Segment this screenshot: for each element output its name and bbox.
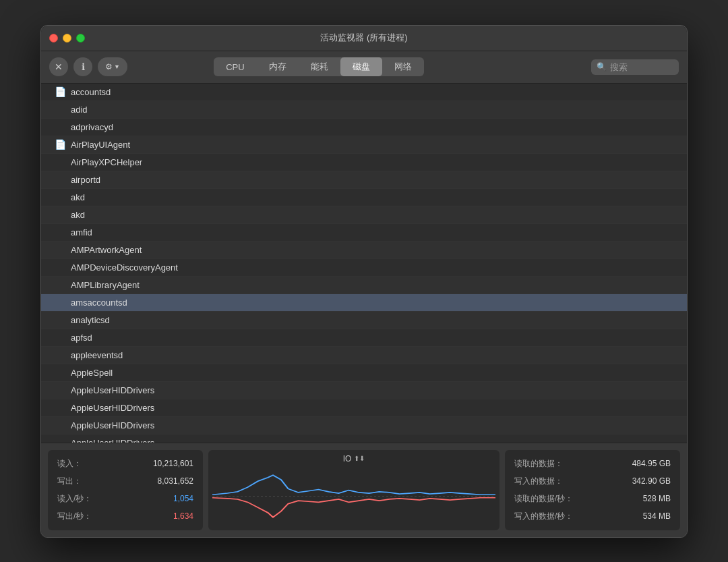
stat-write-data-per-sec-value: 534 MB — [643, 511, 671, 521]
list-item[interactable]: AppleUserHIDDrivers — [41, 399, 687, 417]
bottom-panel: 读入： 10,213,601 写出： 8,031,652 读入/秒： 1,054… — [41, 443, 687, 537]
tab-group: CPU 内存 能耗 磁盘 网络 — [214, 57, 423, 76]
process-name: akd — [71, 192, 85, 202]
stat-write-per-sec-value: 1,634 — [173, 511, 193, 521]
stat-read-per-sec-value: 1,054 — [173, 494, 193, 503]
stat-read-data-per-sec: 读取的数据/秒： 528 MB — [514, 492, 671, 506]
list-item[interactable]: AppleSpell — [41, 364, 687, 382]
process-name: AppleUserHIDDrivers — [71, 385, 154, 395]
process-name: AMPLibraryAgent — [71, 280, 140, 290]
process-name: adid — [71, 105, 88, 115]
close-button[interactable] — [49, 34, 58, 43]
title-bar: 活动监视器 (所有进程) — [41, 26, 687, 51]
chart-title: IO — [343, 454, 352, 463]
stat-data-read: 读取的数据： 484.95 GB — [514, 457, 671, 471]
stat-read-in-value: 10,213,601 — [153, 459, 193, 468]
process-name: AirPlayXPCHelper — [71, 157, 142, 167]
search-input[interactable] — [610, 62, 671, 72]
stat-write-out-value: 8,031,652 — [158, 476, 193, 486]
minimize-button[interactable] — [63, 34, 71, 43]
chart-svg — [212, 466, 495, 526]
list-item[interactable]: AppleUserHIDDrivers — [41, 417, 687, 434]
window-title: 活动监视器 (所有进程) — [320, 32, 407, 44]
maximize-button[interactable] — [76, 34, 85, 43]
stat-write-data-per-sec: 写入的数据/秒： 534 MB — [514, 509, 671, 524]
search-box: 🔍 — [591, 59, 679, 75]
stat-data-read-value: 484.95 GB — [632, 459, 671, 468]
list-item[interactable]: 📄 accountsd — [41, 84, 687, 101]
list-item[interactable]: airportd — [41, 171, 687, 189]
list-item[interactable]: apfsd — [41, 329, 687, 347]
gear-menu-button[interactable]: ⚙ ▼ — [98, 57, 127, 76]
tab-cpu[interactable]: CPU — [214, 57, 256, 76]
process-name: airportd — [71, 175, 100, 185]
info-button[interactable]: ℹ — [73, 57, 92, 76]
process-icon: 📄 — [52, 139, 68, 150]
list-item[interactable]: AMPArtworkAgent — [41, 242, 687, 259]
process-name: AMPDeviceDiscoveryAgent — [71, 262, 178, 273]
list-item[interactable]: adprivacyd — [41, 119, 687, 136]
list-item[interactable]: AppleUserHIDDrivers — [41, 382, 687, 399]
stat-write-data-per-sec-label: 写入的数据/秒： — [514, 511, 573, 522]
traffic-lights — [49, 34, 85, 43]
desktop: 活动监视器 (所有进程) ✕ ℹ ⚙ ▼ CPU 内存 能耗 磁盘 网络 🔍 — [0, 0, 728, 562]
stat-read-in-label: 读入： — [57, 458, 82, 470]
list-item[interactable]: AMPDeviceDiscoveryAgent — [41, 259, 687, 277]
process-name: appleeventsd — [71, 350, 123, 360]
stats-right-panel: 读取的数据： 484.95 GB 写入的数据： 342.90 GB 读取的数据/… — [505, 450, 680, 530]
stat-data-written-value: 342.90 GB — [632, 476, 671, 486]
toolbar: ✕ ℹ ⚙ ▼ CPU 内存 能耗 磁盘 网络 🔍 — [41, 51, 687, 84]
stat-data-written: 写入的数据： 342.90 GB — [514, 474, 671, 488]
list-item[interactable]: akd — [41, 206, 687, 224]
process-name: amfid — [71, 227, 92, 237]
process-name: apfsd — [71, 333, 92, 343]
list-item[interactable]: AppleUserHIDDrivers — [41, 434, 687, 443]
io-chart: IO ⬆⬇ — [208, 450, 499, 530]
tab-network[interactable]: 网络 — [382, 57, 424, 76]
process-list[interactable]: 📄 accountsd adid adprivacyd 📄 AirPlayUIA… — [41, 84, 687, 443]
tab-disk[interactable]: 磁盘 — [340, 57, 382, 76]
stats-left-panel: 读入： 10,213,601 写出： 8,031,652 读入/秒： 1,054… — [48, 450, 203, 530]
list-item[interactable]: amsaccountsd — [41, 294, 687, 312]
stat-write-per-sec: 写出/秒： 1,634 — [57, 509, 193, 524]
process-name: AppleUserHIDDrivers — [71, 438, 154, 443]
stat-read-data-per-sec-label: 读取的数据/秒： — [514, 493, 573, 505]
chart-title-row: IO ⬆⬇ — [343, 454, 365, 463]
gear-icon: ⚙ — [105, 62, 113, 72]
stat-write-per-sec-label: 写出/秒： — [57, 511, 92, 522]
process-name: adprivacyd — [71, 122, 113, 132]
stat-data-written-label: 写入的数据： — [514, 476, 563, 487]
list-item[interactable]: akd — [41, 189, 687, 206]
list-item[interactable]: AMPLibraryAgent — [41, 277, 687, 294]
tab-energy[interactable]: 能耗 — [299, 57, 340, 76]
process-name: accountsd — [71, 87, 111, 97]
chart-selector-icon[interactable]: ⬆⬇ — [354, 455, 365, 462]
process-name: akd — [71, 210, 85, 220]
stop-process-button[interactable]: ✕ — [49, 57, 68, 76]
list-item[interactable]: 📄 AirPlayUIAgent — [41, 136, 687, 154]
stat-read-data-per-sec-value: 528 MB — [643, 494, 671, 503]
process-icon: 📄 — [52, 86, 68, 97]
process-name: amsaccountsd — [71, 298, 127, 308]
stat-read-in: 读入： 10,213,601 — [57, 457, 193, 471]
list-item[interactable]: analyticsd — [41, 312, 687, 329]
stat-read-per-sec-label: 读入/秒： — [57, 493, 92, 505]
process-name: AMPArtworkAgent — [71, 245, 142, 255]
tab-memory[interactable]: 内存 — [257, 57, 299, 76]
process-name: AirPlayUIAgent — [71, 140, 130, 150]
list-item[interactable]: adid — [41, 101, 687, 119]
chevron-down-icon: ▼ — [114, 63, 120, 70]
process-name: analyticsd — [71, 315, 110, 325]
process-name: AppleSpell — [71, 368, 113, 378]
stat-write-out-label: 写出： — [57, 476, 82, 487]
stat-write-out: 写出： 8,031,652 — [57, 474, 193, 488]
list-item[interactable]: appleeventsd — [41, 347, 687, 364]
process-name: AppleUserHIDDrivers — [71, 420, 154, 430]
search-icon: 🔍 — [597, 62, 607, 72]
stat-data-read-label: 读取的数据： — [514, 458, 563, 470]
stat-read-per-sec: 读入/秒： 1,054 — [57, 492, 193, 506]
list-item[interactable]: amfid — [41, 224, 687, 242]
process-name: AppleUserHIDDrivers — [71, 403, 154, 413]
activity-monitor-window: 活动监视器 (所有进程) ✕ ℹ ⚙ ▼ CPU 内存 能耗 磁盘 网络 🔍 — [40, 25, 688, 538]
list-item[interactable]: AirPlayXPCHelper — [41, 154, 687, 171]
